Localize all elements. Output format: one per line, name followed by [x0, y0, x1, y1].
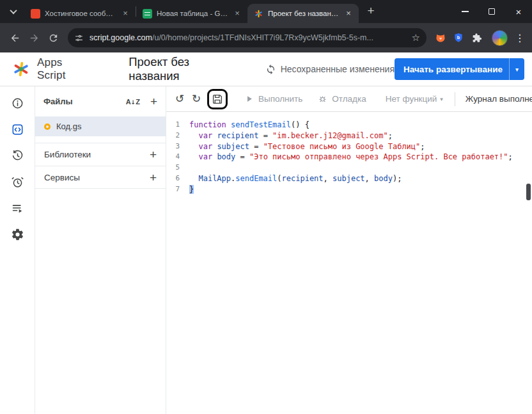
code-text: var recipient = "im.becker.j12@gmail.com… — [189, 131, 393, 141]
code-text: function sendTestEmail() { — [189, 120, 309, 131]
code-line[interactable]: 7} — [166, 184, 532, 195]
tab-close-icon[interactable]: × — [120, 8, 130, 19]
close-button[interactable]: × — [505, 0, 532, 23]
site-info-icon[interactable] — [74, 33, 84, 43]
project-settings-nav-item[interactable] — [10, 227, 25, 242]
extension-fox-icon[interactable] — [432, 29, 450, 47]
new-tab-button[interactable]: + — [363, 3, 379, 20]
apps-script-favicon — [254, 9, 263, 19]
function-selector-label: Нет функций — [386, 94, 437, 104]
profile-avatar[interactable] — [492, 30, 508, 46]
debug-button[interactable]: Отладка — [318, 94, 366, 104]
back-button[interactable] — [5, 28, 24, 47]
line-number: 3 — [166, 141, 189, 152]
file-name: Код.gs — [56, 122, 81, 131]
address-bar[interactable]: script.google.com/u/0/home/projects/1TFd… — [68, 28, 426, 47]
gs-file-icon — [44, 123, 51, 130]
code-editor-icon — [11, 123, 24, 136]
code-line[interactable]: 4 var body = "Это письмо отправлено чере… — [166, 152, 532, 163]
reload-button[interactable] — [43, 28, 63, 47]
reload-icon — [48, 33, 59, 44]
code-line[interactable]: 3 var subject = "Тестовое письмо из Goog… — [166, 141, 532, 152]
line-number: 4 — [166, 152, 189, 163]
bookmark-star-icon[interactable]: ☆ — [412, 32, 420, 44]
code-line[interactable]: 6 MailApp.sendEmail(recipient, subject, … — [166, 173, 532, 184]
deploy-button-label: Начать развертывание — [403, 65, 503, 74]
url-host: script.google.com — [90, 33, 152, 42]
tab-apps-script-active[interactable]: Проект без названия - Ред × — [247, 4, 359, 23]
libraries-label: Библиотеки — [44, 150, 150, 159]
tab-hosting-community[interactable]: Хостинговое сообщество × — [24, 4, 136, 23]
minimize-icon — [462, 11, 469, 12]
minimize-button[interactable] — [451, 0, 478, 23]
code-lines: 1function sendTestEmail() {2 var recipie… — [166, 120, 532, 195]
code-line[interactable]: 2 var recipient = "im.becker.j12@gmail.c… — [166, 131, 532, 141]
app-name[interactable]: Apps Script — [37, 56, 91, 82]
editor-toolbar: ↺ ↻ Выполнить Отладка — [166, 86, 532, 112]
debug-button-label: Отладка — [332, 94, 366, 104]
tab-google-sheets[interactable]: Новая таблица - Google Та × — [136, 4, 247, 23]
tab-title: Новая таблица - Google Та — [157, 10, 228, 17]
files-header-label: Файлы — [43, 97, 126, 106]
tab-close-icon[interactable]: × — [232, 8, 242, 19]
deploy-button[interactable]: Начать развертывание ▾ — [395, 58, 524, 80]
save-project-button[interactable] — [210, 92, 225, 107]
redo-icon: ↻ — [192, 93, 201, 104]
maximize-button[interactable] — [478, 0, 505, 23]
toolbar-divider — [455, 92, 455, 106]
code-text: } — [189, 184, 194, 195]
redo-button[interactable]: ↻ — [188, 91, 205, 107]
browser-window: Хостинговое сообщество × Новая таблица -… — [0, 0, 532, 414]
services-section: Сервисы + — [35, 166, 166, 189]
tab-strip: Хостинговое сообщество × Новая таблица -… — [0, 0, 532, 23]
forward-button[interactable] — [24, 28, 43, 47]
code-line[interactable]: 1function sendTestEmail() { — [166, 120, 532, 131]
line-number: 5 — [166, 163, 189, 173]
extensions-puzzle-icon[interactable] — [467, 29, 485, 47]
main-content: Файлы A↓Z + Код.gs Библиотеки + Сервисы … — [0, 86, 532, 414]
add-library-button[interactable]: + — [150, 148, 157, 161]
info-icon — [11, 97, 24, 110]
deploy-dropdown-caret-icon[interactable]: ▾ — [509, 58, 524, 80]
gear-icon — [11, 228, 24, 241]
undo-icon: ↺ — [175, 93, 184, 104]
code-text: var body = "Это письмо отправлено через … — [189, 152, 513, 163]
window-chevron-button[interactable] — [5, 3, 22, 20]
tab-title: Проект без названия - Ред — [268, 10, 339, 17]
execution-log-label: Журнал выполнения — [465, 94, 532, 104]
apps-script-logo[interactable] — [12, 60, 31, 79]
execution-log-button[interactable]: Журнал выполнения — [465, 94, 532, 104]
tab-title: Хостинговое сообщество — [45, 10, 116, 17]
code-line[interactable]: 5 — [166, 163, 532, 173]
play-icon — [244, 94, 254, 104]
editor-nav-item[interactable] — [10, 122, 25, 137]
sheets-favicon — [143, 9, 152, 19]
history-icon — [11, 149, 24, 163]
add-file-button[interactable]: + — [150, 95, 157, 107]
add-service-button[interactable]: + — [150, 171, 157, 184]
site-favicon — [31, 9, 40, 19]
left-nav-rail — [0, 86, 35, 414]
project-title[interactable]: Проект без названия — [129, 55, 238, 83]
editor-pane: ↺ ↻ Выполнить Отладка — [166, 86, 532, 414]
code-editor[interactable]: 1function sendTestEmail() {2 var recipie… — [166, 112, 532, 414]
file-item-kod-gs[interactable]: Код.gs — [35, 116, 166, 136]
overview-nav-item[interactable] — [10, 95, 25, 111]
line-number: 7 — [166, 184, 189, 195]
triggers-nav-item[interactable] — [10, 174, 25, 189]
function-selector-dropdown[interactable]: Нет функций ▾ — [386, 94, 443, 104]
scrollbar-cursor-marker[interactable] — [526, 184, 531, 200]
run-button[interactable]: Выполнить — [244, 94, 302, 104]
undo-button[interactable]: ↺ — [171, 91, 188, 107]
url-text[interactable]: script.google.com/u/0/home/projects/1TFd… — [90, 33, 407, 42]
project-history-nav-item[interactable] — [10, 148, 25, 163]
executions-nav-item[interactable] — [10, 200, 25, 216]
close-icon: × — [516, 7, 522, 17]
svg-text:b: b — [457, 35, 460, 40]
sort-az-icon[interactable]: A↓Z — [126, 98, 140, 106]
code-text: MailApp.sendEmail(recipient, subject, bo… — [189, 173, 402, 184]
extension-shield-icon[interactable]: b — [450, 29, 467, 47]
tab-close-icon[interactable]: × — [343, 8, 354, 19]
window-controls: × — [451, 0, 532, 23]
browser-menu-kebab-icon[interactable]: ⋮ — [513, 32, 527, 44]
